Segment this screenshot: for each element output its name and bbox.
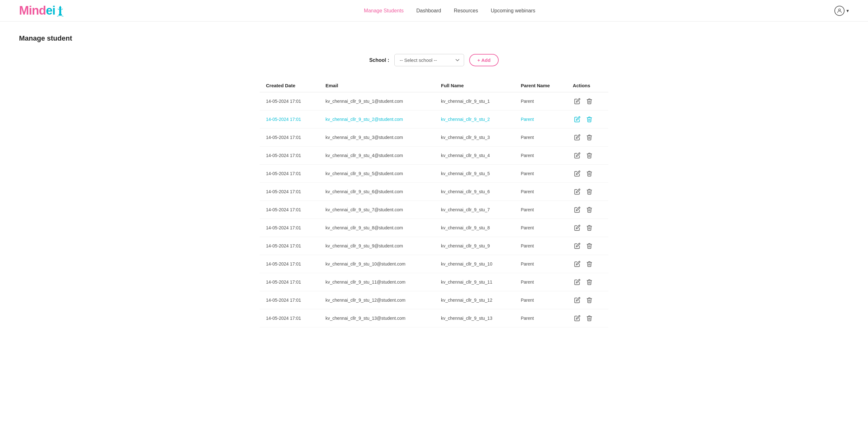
cell-actions	[566, 309, 608, 327]
delete-button[interactable]	[585, 133, 594, 142]
cell-full-name: kv_chennai_cllr_9_stu_8	[435, 219, 515, 237]
nav-dashboard[interactable]: Dashboard	[416, 8, 441, 13]
filter-bar: School : -- Select school -- + Add	[19, 54, 849, 66]
table-row: 14-05-2024 17:01 kv_chennai_cllr_9_stu_1…	[260, 273, 608, 291]
table-row: 14-05-2024 17:01 kv_chennai_cllr_9_stu_8…	[260, 219, 608, 237]
cell-parent-name: Parent	[515, 129, 566, 147]
header: Mindei Manage Students Dashboard Resourc…	[0, 0, 868, 22]
col-email: Email	[319, 79, 435, 92]
table-row: 14-05-2024 17:01 kv_chennai_cllr_9_stu_2…	[260, 110, 608, 129]
page-content: Manage student School : -- Select school…	[0, 22, 868, 340]
user-menu[interactable]: ▾	[834, 6, 849, 16]
delete-button[interactable]	[585, 97, 594, 106]
lighthouse-icon	[56, 5, 65, 17]
cell-created-date: 14-05-2024 17:01	[260, 147, 319, 165]
cell-email: kv_chennai_cllr_9_stu_4@student.com	[319, 147, 435, 165]
edit-button[interactable]	[573, 296, 582, 305]
school-select[interactable]: -- Select school --	[394, 54, 464, 66]
svg-marker-1	[59, 6, 62, 8]
logo-mind: Mind	[19, 4, 46, 17]
svg-point-5	[839, 9, 840, 11]
cell-full-name: kv_chennai_cllr_9_stu_3	[435, 129, 515, 147]
cell-created-date: 14-05-2024 17:01	[260, 183, 319, 201]
cell-full-name: kv_chennai_cllr_9_stu_6	[435, 183, 515, 201]
add-button[interactable]: + Add	[469, 54, 499, 66]
cell-email: kv_chennai_cllr_9_stu_10@student.com	[319, 255, 435, 273]
edit-button[interactable]	[573, 115, 582, 124]
edit-button[interactable]	[573, 97, 582, 106]
delete-button[interactable]	[585, 169, 594, 178]
cell-full-name: kv_chennai_cllr_9_stu_2	[435, 110, 515, 129]
cell-full-name: kv_chennai_cllr_9_stu_1	[435, 92, 515, 110]
cell-email: kv_chennai_cllr_9_stu_3@student.com	[319, 129, 435, 147]
table-row: 14-05-2024 17:01 kv_chennai_cllr_9_stu_1…	[260, 92, 608, 110]
cell-email: kv_chennai_cllr_9_stu_13@student.com	[319, 309, 435, 328]
cell-parent-name: Parent	[515, 147, 566, 165]
edit-button[interactable]	[573, 223, 582, 232]
delete-button[interactable]	[585, 187, 594, 196]
user-chevron-icon: ▾	[846, 8, 849, 13]
edit-button[interactable]	[573, 169, 582, 178]
table-row: 14-05-2024 17:01 kv_chennai_cllr_9_stu_9…	[260, 237, 608, 255]
delete-button[interactable]	[585, 151, 594, 160]
cell-full-name: kv_chennai_cllr_9_stu_5	[435, 165, 515, 183]
delete-button[interactable]	[585, 205, 594, 214]
edit-button[interactable]	[573, 205, 582, 214]
cell-actions	[566, 129, 608, 146]
cell-actions	[566, 110, 608, 128]
cell-created-date: 14-05-2024 17:01	[260, 92, 319, 110]
delete-button[interactable]	[585, 278, 594, 286]
cell-created-date: 14-05-2024 17:01	[260, 219, 319, 237]
table-row: 14-05-2024 17:01 kv_chennai_cllr_9_stu_6…	[260, 183, 608, 201]
main-nav: Manage Students Dashboard Resources Upco…	[364, 8, 535, 13]
cell-actions	[566, 291, 608, 309]
page-title: Manage student	[19, 34, 849, 42]
table-header: Created Date Email Full Name Parent Name…	[260, 79, 608, 92]
nav-resources[interactable]: Resources	[454, 8, 478, 13]
cell-email: kv_chennai_cllr_9_stu_7@student.com	[319, 201, 435, 219]
students-table-container: Created Date Email Full Name Parent Name…	[260, 79, 608, 328]
svg-rect-0	[59, 8, 61, 14]
cell-full-name: kv_chennai_cllr_9_stu_9	[435, 237, 515, 255]
delete-button[interactable]	[585, 296, 594, 305]
col-created-date: Created Date	[260, 79, 319, 92]
delete-button[interactable]	[585, 223, 594, 232]
table-row: 14-05-2024 17:01 kv_chennai_cllr_9_stu_4…	[260, 147, 608, 165]
logo-ei: ei	[46, 4, 56, 17]
edit-button[interactable]	[573, 259, 582, 268]
cell-full-name: kv_chennai_cllr_9_stu_11	[435, 273, 515, 291]
table-body: 14-05-2024 17:01 kv_chennai_cllr_9_stu_1…	[260, 92, 608, 328]
cell-parent-name: Parent	[515, 237, 566, 255]
cell-full-name: kv_chennai_cllr_9_stu_13	[435, 309, 515, 328]
cell-parent-name: Parent	[515, 255, 566, 273]
cell-actions	[566, 255, 608, 273]
cell-created-date: 14-05-2024 17:01	[260, 255, 319, 273]
cell-parent-name: Parent	[515, 273, 566, 291]
svg-rect-2	[59, 14, 62, 15]
cell-email: kv_chennai_cllr_9_stu_12@student.com	[319, 291, 435, 309]
cell-created-date: 14-05-2024 17:01	[260, 237, 319, 255]
cell-created-date: 14-05-2024 17:01	[260, 165, 319, 183]
edit-button[interactable]	[573, 187, 582, 196]
delete-button[interactable]	[585, 259, 594, 268]
cell-created-date: 14-05-2024 17:01	[260, 201, 319, 219]
cell-actions	[566, 237, 608, 255]
cell-parent-name: Parent	[515, 92, 566, 110]
edit-button[interactable]	[573, 151, 582, 160]
edit-button[interactable]	[573, 241, 582, 250]
delete-button[interactable]	[585, 314, 594, 323]
cell-actions	[566, 273, 608, 291]
delete-button[interactable]	[585, 115, 594, 124]
cell-actions	[566, 165, 608, 182]
delete-button[interactable]	[585, 241, 594, 250]
cell-actions	[566, 219, 608, 237]
edit-button[interactable]	[573, 133, 582, 142]
nav-manage-students[interactable]: Manage Students	[364, 8, 404, 13]
edit-button[interactable]	[573, 314, 582, 323]
edit-button[interactable]	[573, 278, 582, 286]
cell-email: kv_chennai_cllr_9_stu_2@student.com	[319, 110, 435, 129]
cell-email: kv_chennai_cllr_9_stu_1@student.com	[319, 92, 435, 110]
cell-parent-name: Parent	[515, 165, 566, 183]
nav-upcoming-webinars[interactable]: Upcoming webinars	[491, 8, 535, 13]
cell-email: kv_chennai_cllr_9_stu_8@student.com	[319, 219, 435, 237]
